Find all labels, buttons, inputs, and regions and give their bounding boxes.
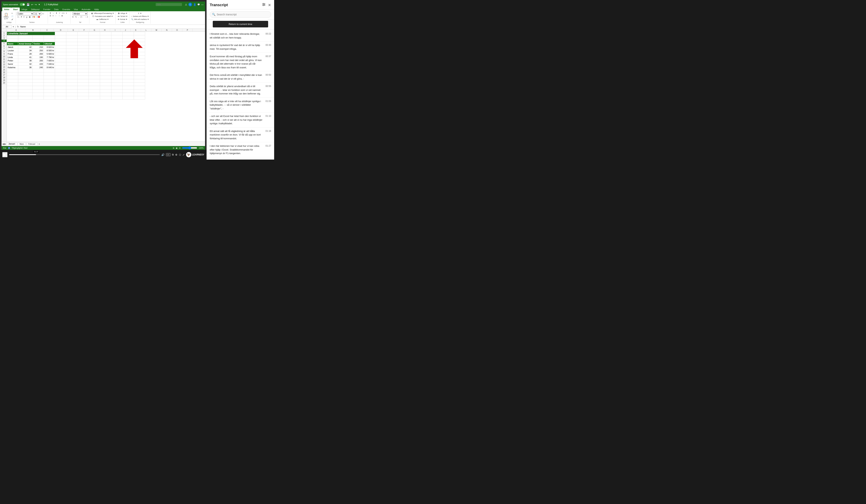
cell-5i[interactable]	[100, 45, 111, 49]
cell-5e[interactable]	[55, 45, 66, 49]
cell-styles-button[interactable]: ▬Cellformat ▼	[96, 18, 110, 21]
insert-cells-button[interactable]: ➕Infoga ▼	[117, 12, 128, 15]
cell-1f[interactable]	[66, 32, 78, 35]
cell-17a[interactable]	[7, 86, 18, 89]
paste-button[interactable]: 📋 Klistra in ▼	[3, 13, 9, 20]
transcript-entry-6[interactable]: Låt oss säga att vi inte vill ha stödlin…	[207, 98, 274, 113]
zoom-slider[interactable]	[182, 147, 197, 149]
cell-2i[interactable]	[100, 35, 111, 39]
row-num-7[interactable]: 7	[1, 47, 7, 50]
cell-4l[interactable]	[134, 42, 145, 45]
cell-1l[interactable]	[134, 32, 145, 35]
redo-icon[interactable]: ↪	[35, 3, 37, 6]
cell-linda-rate[interactable]: 190	[33, 56, 44, 59]
transcript-settings-button[interactable]	[262, 3, 266, 7]
cell-1h[interactable]	[89, 32, 100, 35]
row-num-14[interactable]: 14	[1, 66, 7, 68]
decrease-font-button[interactable]: A↓	[17, 16, 20, 18]
cell-7l[interactable]	[134, 52, 145, 56]
col-header-d[interactable]: D	[54, 29, 68, 32]
cell-6l[interactable]	[134, 49, 145, 52]
cell-10i[interactable]	[100, 62, 111, 66]
cell-3j[interactable]	[111, 39, 123, 42]
cell-3a[interactable]	[7, 39, 18, 42]
cell-4f[interactable]	[66, 42, 78, 45]
cell-1j[interactable]	[111, 32, 123, 35]
cell-8g[interactable]	[78, 56, 89, 59]
cell-1e[interactable]	[55, 32, 66, 35]
tab-visa[interactable]: Visa	[72, 8, 80, 11]
row-num-3[interactable]: 3	[1, 37, 7, 40]
align-right-button[interactable]: ≡	[52, 15, 54, 17]
find-select-button[interactable]: 🔍Sök och markera ▼	[131, 18, 149, 21]
tab-data[interactable]: Data	[52, 8, 60, 11]
col-header-p[interactable]: P	[182, 29, 193, 32]
cell-9i[interactable]	[100, 59, 111, 62]
cell-3e[interactable]	[55, 39, 66, 42]
row-num-19[interactable]: 19	[1, 79, 7, 82]
align-left-button[interactable]: ≡	[65, 12, 67, 14]
cell-10l[interactable]	[134, 62, 145, 66]
decrease-indent-button[interactable]: ←	[54, 15, 57, 17]
cell-8l[interactable]	[134, 56, 145, 59]
undo-icon[interactable]: ↩	[31, 3, 33, 6]
view-layout-icon[interactable]: ▣	[176, 147, 177, 149]
cell-7e[interactable]	[55, 52, 66, 56]
cell-5k[interactable]	[123, 45, 134, 49]
minimize-icon[interactable]: —	[201, 3, 203, 6]
col-header-a[interactable]: A	[7, 29, 25, 32]
cc-button[interactable]: CC	[166, 153, 170, 156]
align-top-button[interactable]: ⬆	[49, 12, 52, 14]
cell-2b[interactable]	[18, 35, 33, 39]
cell-samir-pay[interactable]: 7 040 kr	[44, 62, 55, 66]
align-middle-button[interactable]: ↔	[52, 12, 55, 14]
format-as-table-button[interactable]: 🗒Formatera som tabell ▼	[92, 15, 114, 18]
col-header-h[interactable]: H	[100, 29, 110, 32]
transcript-entry-7[interactable]: - och ser att Excel har letat fram den f…	[207, 112, 274, 127]
cell-3b[interactable]	[18, 39, 33, 42]
cell-10e[interactable]	[55, 62, 66, 66]
row-num-4[interactable]: 4	[1, 40, 7, 42]
increase-decimal-button[interactable]: .0→	[80, 16, 84, 18]
cell-petter-pay[interactable]: 7 600 kr	[44, 59, 55, 62]
transcript-entry-5[interactable]: Detta sökfält är ytterst användbart då v…	[207, 82, 274, 98]
cell-1g[interactable]	[78, 32, 89, 35]
cell-6g[interactable]	[78, 49, 89, 52]
cell-16a[interactable]	[7, 82, 18, 86]
cell-6f[interactable]	[66, 49, 78, 52]
cell-8k[interactable]	[123, 56, 134, 59]
view-page-icon[interactable]: ☰	[179, 147, 181, 149]
sheet-tab-februari[interactable]: Februari	[26, 143, 37, 145]
cell-8j[interactable]	[111, 56, 123, 59]
airplay-button[interactable]: ⬡	[179, 153, 181, 156]
view-normal-icon[interactable]: ⊞	[173, 147, 174, 149]
cell-linda-hours[interactable]: 41	[18, 56, 33, 59]
volume-button[interactable]: 🔊	[161, 153, 165, 156]
tab-formler[interactable]: Formler	[41, 8, 52, 11]
settings-button[interactable]: ⚙	[175, 153, 177, 156]
autosum-button[interactable]: Σ▼	[137, 12, 143, 15]
col-header-k[interactable]: K	[131, 29, 141, 32]
align-center-button[interactable]: ☰	[49, 15, 52, 17]
currency-button[interactable]: kr	[72, 16, 74, 18]
play-button[interactable]: ▶	[2, 152, 8, 157]
delete-cells-button[interactable]: ➖Ta bort ▼	[117, 15, 129, 18]
row-num-9[interactable]: 9	[1, 53, 7, 55]
copy-button[interactable]: 📄	[10, 15, 15, 18]
cell-3c[interactable]	[33, 39, 44, 42]
wrap-text-button[interactable]: ↵A	[61, 12, 65, 14]
cell-2a[interactable]	[7, 35, 18, 39]
excel-search-input[interactable]	[156, 3, 182, 6]
cell-2k[interactable]	[123, 35, 134, 39]
row-num-2[interactable]: 2	[1, 34, 7, 37]
cell-4i[interactable]	[100, 42, 111, 45]
row-num-5[interactable]: 5	[1, 42, 7, 45]
cell-katarina-name[interactable]: Katarina	[7, 66, 18, 69]
sheet-tab-mars[interactable]: Mars	[18, 143, 26, 145]
number-format-select[interactable]: Allmänt	[73, 12, 88, 15]
cell-11l[interactable]	[134, 66, 145, 69]
cell-11j[interactable]	[111, 66, 123, 69]
cell-katarina-rate[interactable]: 240	[33, 66, 44, 69]
col-header-j[interactable]: J	[120, 29, 131, 32]
cell-samir-name[interactable]: Samir	[7, 62, 18, 66]
